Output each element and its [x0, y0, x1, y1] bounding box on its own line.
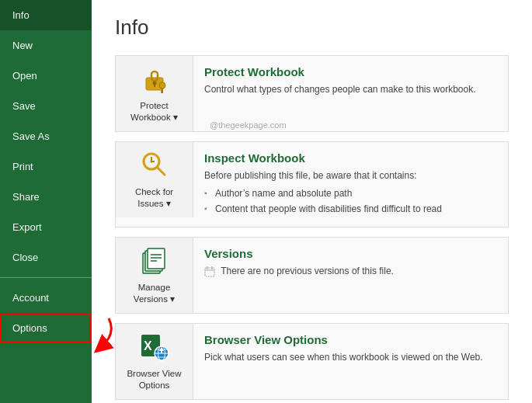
- svg-rect-15: [148, 248, 165, 269]
- browser-view-label: Browser ViewOptions: [127, 368, 181, 391]
- sidebar-item-print[interactable]: Print: [0, 151, 92, 182]
- browser-view-button[interactable]: X Browser ViewOptions: [116, 324, 193, 399]
- versions-title: Versions: [204, 247, 497, 260]
- inspect-workbook-text: Inspect Workbook Before publishing this …: [193, 142, 508, 227]
- versions-desc: There are no previous versions of this f…: [204, 264, 497, 278]
- inspect-workbook-desc: Before publishing this file, be aware th…: [204, 168, 497, 216]
- manage-versions-button[interactable]: ManageVersions ▾: [116, 238, 193, 313]
- inspect-workbook-title: Inspect Workbook: [204, 151, 497, 165]
- browser-view-icon: X: [140, 332, 169, 365]
- protect-workbook-title: Protect Workbook: [204, 65, 497, 78]
- page-title: Info: [115, 16, 509, 40]
- check-issues-button[interactable]: Check forIssues ▾: [116, 142, 193, 217]
- main-content: Info ProtectWorkbook ▾ Pro: [92, 0, 532, 403]
- sidebar-item-saveas[interactable]: Save As: [0, 121, 92, 151]
- arrow-annotation: [70, 314, 116, 356]
- check-issues-icon: [140, 150, 169, 183]
- watermark: @thegeekpage.com: [210, 120, 287, 130]
- protect-workbook-button[interactable]: ProtectWorkbook ▾: [116, 56, 193, 131]
- sidebar-item-export[interactable]: Export: [0, 212, 92, 242]
- svg-line-9: [157, 167, 165, 175]
- svg-point-2: [152, 82, 156, 85]
- versions-card: ManageVersions ▾ Versions There are no p…: [115, 237, 509, 314]
- protect-workbook-label: ProtectWorkbook ▾: [130, 100, 178, 123]
- sidebar-divider: [0, 277, 92, 278]
- sidebar-item-close[interactable]: Close: [0, 242, 92, 273]
- sidebar-item-save[interactable]: Save: [0, 91, 92, 121]
- check-issues-label: Check forIssues ▾: [135, 186, 173, 210]
- sidebar-item-open[interactable]: Open: [0, 61, 92, 91]
- protect-workbook-desc: Control what types of changes people can…: [204, 82, 497, 96]
- browser-view-text: Browser View Options Pick what users can…: [193, 324, 508, 373]
- versions-text: Versions There are no previous versions …: [193, 238, 508, 287]
- sidebar-item-info[interactable]: Info: [0, 0, 92, 30]
- browser-view-title: Browser View Options: [204, 333, 497, 346]
- svg-rect-31: [161, 350, 162, 353]
- svg-text:X: X: [144, 339, 152, 353]
- manage-versions-icon: [140, 245, 169, 279]
- inspect-list-item-1: Author’s name and absolute path: [204, 186, 497, 200]
- svg-rect-19: [205, 268, 214, 276]
- protect-workbook-card: ProtectWorkbook ▾ Protect Workbook Contr…: [115, 55, 509, 132]
- sidebar-item-account[interactable]: Account: [0, 283, 92, 313]
- manage-versions-label: ManageVersions ▾: [134, 282, 175, 305]
- protect-workbook-icon: [140, 64, 169, 97]
- inspect-workbook-list: Author’s name and absolute path Content …: [204, 186, 497, 216]
- sidebar-item-share[interactable]: Share: [0, 182, 92, 212]
- protect-workbook-text: Protect Workbook Control what types of c…: [193, 56, 508, 106]
- svg-point-12: [150, 160, 152, 162]
- svg-point-4: [159, 82, 165, 89]
- browser-view-card: X Browser ViewOptions Browser View Optio…: [115, 323, 509, 400]
- inspect-workbook-card: Check forIssues ▾ Inspect Workbook Befor…: [115, 141, 509, 228]
- inspect-list-item-2: Content that people with disabilities fi…: [204, 202, 497, 216]
- browser-view-desc: Pick what users can see when this workbo…: [204, 350, 497, 364]
- sidebar-item-new[interactable]: New: [0, 30, 92, 61]
